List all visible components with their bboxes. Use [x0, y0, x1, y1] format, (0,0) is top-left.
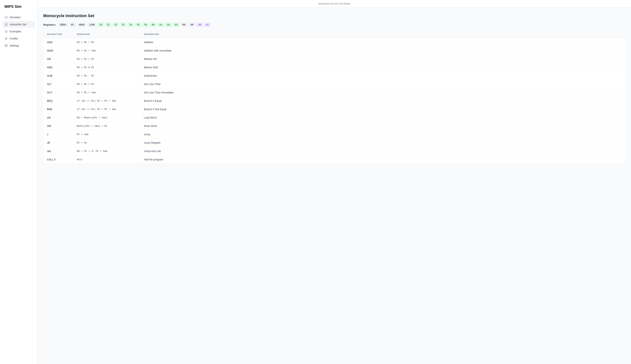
cell-instruction: BEQ [43, 97, 73, 105]
cell-instruction: OR [43, 55, 73, 63]
table-row: SWMemory[Rs + Imm] = RtStore Word [43, 122, 625, 130]
top-bar: Instructions for the SIS Model [37, 0, 631, 8]
svg-point-5 [6, 45, 7, 46]
sidebar-nav: Simulator Instruction Set Examples Credi… [0, 14, 37, 49]
register-badge-pc: PC [69, 23, 76, 27]
book-icon [5, 23, 8, 26]
cell-description: Jump [140, 130, 625, 139]
table-row: ORRd = Rs | RtBitwise OR [43, 55, 625, 63]
table-row: LWRd = Memory[Rs + Imm]Load Word [43, 114, 625, 122]
cell-operation: Rd = Memory[Rs + Imm] [73, 114, 140, 122]
svg-marker-3 [5, 30, 7, 32]
svg-rect-0 [5, 16, 7, 18]
cell-operation: Rd = Rs < Imm [73, 88, 140, 97]
sidebar-item-credits[interactable]: Credits [2, 35, 35, 42]
cell-instruction: SUB [43, 72, 73, 80]
sidebar-item-simulator[interactable]: Simulator [2, 14, 35, 21]
cell-operation: Halt [73, 156, 140, 164]
register-badge-sp: SP [189, 23, 195, 27]
cell-operation: RA = PC + 4; PC = Imm [73, 147, 140, 156]
cell-instruction: AND [43, 63, 73, 72]
cell-operation: if (Rs == Rt) PC = PC + Imm [73, 97, 140, 105]
table-row: SLTRd = Rs < RtSet Less Than [43, 80, 625, 88]
cell-operation: Rd = Rs + Rt [73, 38, 140, 46]
table-row: SLTIRd = Rs < ImmSet Less Than Immediate [43, 88, 625, 97]
main-content: Instructions for the SIS Model Monocycle… [37, 0, 631, 364]
register-badge-t0: T0 [98, 23, 104, 27]
cell-operation: Rd = Rs < Rt [73, 80, 140, 88]
table-row: JALRA = PC + 4; PC = ImmJump and Link [43, 147, 625, 156]
cell-operation: Rd = Rs + Imm [73, 46, 140, 55]
cell-instruction: SLT [43, 80, 73, 88]
sidebar-item-instruction-set-label: Instruction Set [10, 23, 27, 26]
registers-row: Registers: ZEROPCHIGHLOWT0T1T2T3T4T5T6A0… [43, 23, 625, 27]
col-header-operation: OPERATION [73, 30, 140, 38]
register-badge-zero: ZERO [58, 23, 68, 27]
registers-label: Registers: [43, 23, 56, 26]
table-row: ADDRd = Rs + RtAddition [43, 38, 625, 46]
cell-description: Bitwise OR [140, 55, 625, 63]
sidebar-item-simulator-label: Simulator [10, 16, 21, 19]
cell-description: Halt the program [140, 156, 625, 164]
register-badge-ra: RA [181, 23, 187, 27]
cell-description: Set Less Than Immediate [140, 88, 625, 97]
register-badge-a3: A3 [173, 23, 179, 27]
cell-instruction: SW [43, 122, 73, 130]
cell-instruction: CALL 0 [43, 156, 73, 164]
table-body: ADDRd = Rs + RtAdditionADDIRd = Rs + Imm… [43, 38, 625, 164]
cell-description: Addition with Immediate [140, 46, 625, 55]
cell-operation: if (Rs != Rt) PC = PC + Imm [73, 105, 140, 114]
register-badge-a1: A1 [158, 23, 164, 27]
cell-operation: Rd = Rs | Rt [73, 55, 140, 63]
table-row: JRPC = RsJump Register [43, 139, 625, 147]
cell-instruction: JAL [43, 147, 73, 156]
cell-instruction: ADDI [43, 46, 73, 55]
register-badge-t1: T1 [105, 23, 111, 27]
table-row: ANDRd = Rs & RtBitwise AND [43, 63, 625, 72]
monitor-icon [5, 16, 8, 19]
register-badge-t6: T6 [143, 23, 148, 27]
cell-operation: Rd = Rs - Rt [73, 72, 140, 80]
cell-description: Subtraction [140, 72, 625, 80]
cell-description: Branch if Equal [140, 97, 625, 105]
table-row: CALL 0HaltHalt the program [43, 156, 625, 164]
sidebar-item-examples-label: Examples [10, 30, 21, 33]
sidebar-item-credits-label: Credits [10, 37, 18, 40]
sidebar-item-instruction-set[interactable]: Instruction Set [2, 21, 35, 28]
register-badge-a2: A2 [165, 23, 171, 27]
app-logo: MIPS Sim [0, 4, 37, 14]
table-row: BNEif (Rs != Rt) PC = PC + ImmBranch if … [43, 105, 625, 114]
cell-description: Set Less Than [140, 80, 625, 88]
sidebar-item-settings[interactable]: Settings [2, 42, 35, 49]
cell-operation: PC = Rs [73, 139, 140, 147]
register-badge-t4: T4 [128, 23, 134, 27]
register-badge-t3: T3 [120, 23, 126, 27]
cell-description: Jump and Link [140, 147, 625, 156]
table-row: JPC = ImmJump [43, 130, 625, 139]
register-badge-a0: A0 [150, 23, 156, 27]
register-badge-low: LOW [88, 23, 96, 27]
table-header: INSTRUCTION OPERATION DESCRIPTION [43, 30, 625, 38]
cell-description: Store Word [140, 122, 625, 130]
cell-description: Addition [140, 38, 625, 46]
table-row: ADDIRd = Rs + ImmAddition with Immediate [43, 46, 625, 55]
cell-instruction: BNE [43, 105, 73, 114]
instruction-table: INSTRUCTION OPERATION DESCRIPTION ADDRd … [43, 30, 625, 164]
col-header-description: DESCRIPTION [140, 30, 625, 38]
top-bar-subtitle: Instructions for the SIS Model [318, 2, 350, 5]
register-badge-v1: V1 [204, 23, 211, 27]
cell-description: Bitwise AND [140, 63, 625, 72]
cell-operation: PC = Imm [73, 130, 140, 139]
sidebar: MIPS Sim Simulator Instruction Set Examp… [0, 0, 37, 364]
cell-operation: Memory[Rs + Imm] = Rt [73, 122, 140, 130]
credits-icon [5, 37, 8, 40]
sidebar-item-settings-label: Settings [10, 44, 19, 47]
sidebar-item-examples[interactable]: Examples [2, 28, 35, 35]
examples-icon [5, 30, 8, 33]
cell-instruction: JR [43, 139, 73, 147]
cell-instruction: SLTI [43, 88, 73, 97]
register-badge-t5: T5 [135, 23, 141, 27]
cell-instruction: LW [43, 114, 73, 122]
cell-description: Load Word [140, 114, 625, 122]
register-badge-t2: T2 [113, 23, 119, 27]
